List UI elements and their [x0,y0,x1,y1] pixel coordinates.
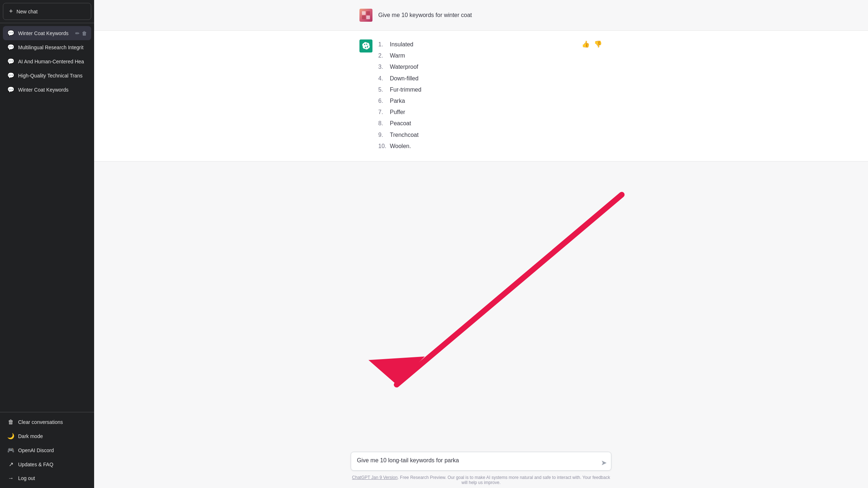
user-message-text: Give me 10 keywords for winter coat [378,9,472,20]
conv-actions: ✏ 🗑 [75,30,87,36]
keyword-word: Warm [390,51,405,60]
avatar-cell [366,11,370,15]
moon-icon: 🌙 [7,433,14,439]
dark-mode-label: Dark mode [18,433,43,439]
keyword-item: 1.Insulated [378,39,603,49]
keyword-word: Down-filled [390,73,418,83]
sidebar-item-ai-human[interactable]: 💬 AI And Human-Centered Hea [3,54,91,68]
chat-area: Give me 10 keywords for winter coat 1.In… [94,0,868,446]
keyword-word: Insulated [390,39,413,49]
sidebar-footer: 🗑 Clear conversations 🌙 Dark mode 🎮 Open… [0,412,94,488]
openai-logo-icon [362,42,370,50]
keyword-number: 2. [378,51,387,60]
user-message-inner: Give me 10 keywords for winter coat [351,9,611,22]
send-button[interactable]: ➤ [601,458,607,467]
keyword-number: 5. [378,85,387,94]
footer-note-text: . Free Research Preview. Our goal is to … [397,475,610,485]
send-icon: ➤ [601,458,607,467]
ai-message-container: 1.Insulated2.Warm3.Waterproof4.Down-fill… [94,30,868,161]
thumbs-up-button[interactable]: 👍 [581,39,590,49]
dark-mode-button[interactable]: 🌙 Dark mode [3,429,91,443]
sidebar-item-high-quality[interactable]: 💬 High-Quality Technical Trans [3,68,91,83]
sidebar-item-winter-coat-active[interactable]: 💬 Winter Coat Keywords ✏ 🗑 [3,26,91,40]
external-link-icon: ↗ [7,461,14,468]
logout-icon: → [7,475,14,481]
ai-message-inner: 1.Insulated2.Warm3.Waterproof4.Down-fill… [351,39,611,152]
keyword-item: 3.Waterproof [378,62,603,72]
new-chat-label: New chat [17,9,38,14]
arrow-graphic [368,195,622,385]
user-avatar [359,9,372,22]
discord-label: OpenAI Discord [18,447,54,453]
ai-response-text: 1.Insulated2.Warm3.Waterproof4.Down-fill… [378,39,603,152]
user-avatar-graphic [359,9,372,22]
keyword-number: 8. [378,118,387,128]
avatar-cell [366,16,370,19]
keyword-item: 4.Down-filled [378,73,603,83]
keyword-number: 1. [378,39,387,49]
faq-label: Updates & FAQ [18,462,53,467]
sidebar-top: + New chat [0,0,94,23]
input-wrapper: ➤ [351,452,611,472]
chat-icon: 💬 [7,86,14,93]
svg-line-0 [397,195,622,385]
keyword-number: 6. [378,96,387,106]
chat-input[interactable] [351,452,611,471]
keyword-word: Fur-trimmed [390,85,421,94]
new-chat-button[interactable]: + New chat [3,3,91,20]
chat-icon: 💬 [7,72,14,79]
conv-label: Winter Coat Keywords [18,87,87,93]
sidebar: + New chat 💬 Winter Coat Keywords ✏ 🗑 💬 … [0,0,94,488]
avatar-cell [362,16,366,19]
keyword-item: 7.Puffer [378,107,603,117]
keyword-number: 9. [378,130,387,140]
keyword-item: 10.Woolen. [378,141,603,151]
svg-marker-1 [368,357,425,385]
keyword-item: 2.Warm [378,51,603,60]
ai-avatar [359,39,372,52]
keyword-word: Puffer [390,107,405,117]
keyword-item: 5.Fur-trimmed [378,85,603,94]
sidebar-item-multilingual[interactable]: 💬 Multilingual Research Integrit [3,40,91,54]
sidebar-item-winter-coat-2[interactable]: 💬 Winter Coat Keywords [3,83,91,97]
logout-label: Log out [18,475,35,481]
empty-space [94,161,868,446]
thumbs-down-button[interactable]: 👎 [593,39,603,49]
arrow-annotation-svg [94,161,868,446]
conv-label: AI And Human-Centered Hea [18,59,87,64]
clear-conversations-label: Clear conversations [18,419,63,425]
discord-button[interactable]: 🎮 OpenAI Discord [3,443,91,457]
conversations-list: 💬 Winter Coat Keywords ✏ 🗑 💬 Multilingua… [0,23,94,412]
edit-icon[interactable]: ✏ [75,30,80,36]
avatar-cell [362,11,366,15]
footer-note: ChatGPT Jan 9 Version. Free Research Pre… [351,475,611,485]
avatar-grid [362,11,370,19]
main-content: Give me 10 keywords for winter coat 1.In… [94,0,868,488]
chatgpt-version-link[interactable]: ChatGPT Jan 9 Version [352,475,398,480]
keyword-word: Parka [390,96,405,106]
keyword-item: 9.Trenchcoat [378,130,603,140]
trash-icon: 🗑 [7,419,14,425]
keyword-item: 8.Peacoat [378,118,603,128]
conv-label: High-Quality Technical Trans [18,73,87,79]
plus-icon: + [9,8,13,15]
clear-conversations-button[interactable]: 🗑 Clear conversations [3,415,91,429]
faq-button[interactable]: ↗ Updates & FAQ [3,457,91,471]
logout-button[interactable]: → Log out [3,471,91,485]
keyword-word: Trenchcoat [390,130,418,140]
keyword-number: 10. [378,141,387,151]
chat-icon: 💬 [7,30,14,37]
keyword-number: 3. [378,62,387,72]
keyword-word: Woolen. [390,141,411,151]
feedback-icons: 👍 👎 [581,39,603,49]
user-message-container: Give me 10 keywords for winter coat [94,0,868,30]
conv-label: Winter Coat Keywords [18,30,72,36]
chat-icon: 💬 [7,44,14,51]
keyword-number: 4. [378,73,387,83]
delete-icon[interactable]: 🗑 [82,30,87,36]
conv-label: Multilingual Research Integrit [18,45,87,50]
keyword-word: Waterproof [390,62,418,72]
keyword-word: Peacoat [390,118,411,128]
discord-icon: 🎮 [7,447,14,454]
keyword-number: 7. [378,107,387,117]
